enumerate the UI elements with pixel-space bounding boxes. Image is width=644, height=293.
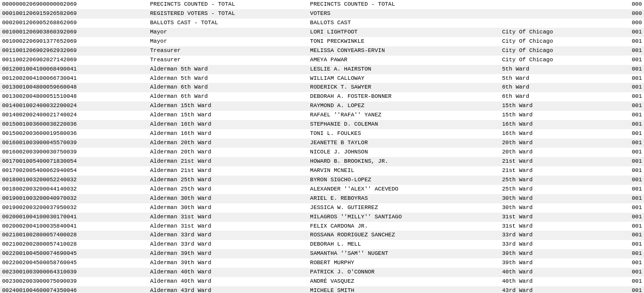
row-name: RODERICK T. SAWYER: [308, 83, 500, 92]
row-desc: Alderman 15th Ward: [148, 101, 308, 111]
row-ward: 5th Ward: [500, 65, 612, 74]
row-ward: 16th Ward: [500, 120, 612, 129]
row-code: 001: [612, 249, 644, 258]
row-name: ROSSANA RODRIGUEZ SANCHEZ: [308, 231, 500, 240]
row-id: 0024001004600074350046: [0, 286, 148, 293]
table-row: 0015001003600038220036 Alderman 16th War…: [0, 120, 644, 129]
row-id: 0016001003900045570039: [0, 139, 148, 148]
row-id: 0015001003600038220036: [0, 120, 148, 129]
row-code: 001: [612, 286, 644, 293]
row-ward: 43rd Ward: [500, 286, 612, 293]
row-name: RAFAEL ''RAFA'' YANEZ: [308, 111, 500, 120]
row-desc: Alderman 15th Ward: [148, 111, 308, 120]
row-id: 0023002003900075090039: [0, 277, 148, 286]
row-id: 0002001206905268862069: [0, 19, 148, 28]
row-id: 0015002003600019580036: [0, 129, 148, 139]
row-code: 001: [612, 28, 644, 37]
row-ward: [500, 19, 612, 28]
row-desc: Mayor: [148, 37, 308, 46]
row-code: 001: [612, 268, 644, 277]
row-code: 001: [612, 277, 644, 286]
row-desc: Alderman 30th Ward: [148, 194, 308, 203]
row-code: 001: [612, 83, 644, 92]
row-desc: Mayor: [148, 28, 308, 37]
table-row: 0019002003200037950032 Alderman 30th War…: [0, 203, 644, 213]
table-row: 0011001206902962932069 Treasurer MELISSA…: [0, 46, 644, 56]
row-name: JESSICA W. GUTIERREZ: [308, 203, 500, 213]
row-ward: 15th Ward: [500, 111, 612, 120]
row-id: 0001001206915926582069: [0, 9, 148, 19]
row-id: 0012001004100068490041: [0, 65, 148, 74]
row-ward: 40th Ward: [500, 277, 612, 286]
row-id: 0021002002800057410028: [0, 240, 148, 249]
row-desc: Treasurer: [148, 56, 308, 65]
row-ward: 16th Ward: [500, 129, 612, 139]
row-id: 0010002206901377652069: [0, 37, 148, 46]
election-results-table: 0000000206900000002069 PRECINCTS COUNTED…: [0, 0, 644, 293]
row-code: 001: [612, 120, 644, 129]
row-name: DEBORAH A. FOSTER-BONNER: [308, 92, 500, 101]
table-row: 0022002004500058760045 Alderman 39th War…: [0, 258, 644, 268]
row-desc: Alderman 25th Ward: [148, 176, 308, 185]
row-code: 001: [612, 203, 644, 213]
table-row: 0023001003900064310039 Alderman 40th War…: [0, 268, 644, 277]
row-code: 001: [612, 101, 644, 111]
row-ward: [500, 0, 612, 9]
row-id: 0020001004100030170041: [0, 213, 148, 222]
row-code: 001: [612, 56, 644, 65]
row-ward: [500, 9, 612, 19]
row-desc: Alderman 20th Ward: [148, 148, 308, 157]
row-desc: Alderman 16th Ward: [148, 129, 308, 139]
table-row: 0010002206901377652069 Mayor TONI PRECKW…: [0, 37, 644, 46]
row-ward: 20th Ward: [500, 139, 612, 148]
table-row: 0016001003900045570039 Alderman 20th War…: [0, 139, 644, 148]
row-code: 001: [612, 194, 644, 203]
table-row: 0002001206905268862069 BALLOTS CAST - TO…: [0, 19, 644, 28]
row-id: 0017001005400071830054: [0, 157, 148, 166]
row-name: MELISSA CONYEARS-ERVIN: [308, 46, 500, 56]
row-name: AMEYA PAWAR: [308, 56, 500, 65]
table-row: 0014002002400021740024 Alderman 15th War…: [0, 111, 644, 120]
table-row: 0012002004100066730041 Alderman 5th Ward…: [0, 74, 644, 83]
row-name: BYRON SIGCHO-LOPEZ: [308, 176, 500, 185]
row-code: 001: [612, 46, 644, 56]
row-ward: 21st Ward: [500, 166, 612, 176]
row-desc: Alderman 6th Ward: [148, 83, 308, 92]
row-ward: 31st Ward: [500, 213, 612, 222]
row-id: 0021001002800057400028: [0, 231, 148, 240]
row-code: 001: [612, 92, 644, 101]
row-desc: Alderman 21st Ward: [148, 157, 308, 166]
table-row: 0014001002400032200024 Alderman 15th War…: [0, 101, 644, 111]
row-name: NICOLE J. JOHNSON: [308, 148, 500, 157]
row-ward: 39th Ward: [500, 249, 612, 258]
row-id: 0014001002400032200024: [0, 101, 148, 111]
row-desc: Alderman 39th Ward: [148, 258, 308, 268]
row-desc: Alderman 30th Ward: [148, 203, 308, 213]
row-desc: Alderman 6th Ward: [148, 92, 308, 101]
row-desc: Alderman 25th Ward: [148, 185, 308, 194]
row-name: VOTERS: [308, 9, 500, 19]
table-row: 0001001206915926582069 REGISTERED VOTERS…: [0, 9, 644, 19]
row-name: SAMANTHA ''SAM'' NUGENT: [308, 249, 500, 258]
row-ward: 30th Ward: [500, 203, 612, 213]
main-container: 0000000206900000002069 PRECINCTS COUNTED…: [0, 0, 644, 293]
row-name: LESLIE A. HAIRSTON: [308, 65, 500, 74]
row-ward: 25th Ward: [500, 185, 612, 194]
table-row: 0000000206900000002069 PRECINCTS COUNTED…: [0, 0, 644, 9]
row-id: 0017002005400062940054: [0, 166, 148, 176]
row-name: BALLOTS CAST: [308, 19, 500, 28]
row-id: 0019001003200040970032: [0, 194, 148, 203]
row-code: 000: [612, 19, 644, 28]
row-code: 001: [612, 111, 644, 120]
row-id: 0011002206902027142069: [0, 56, 148, 65]
row-name: ROBERT MURPHY: [308, 258, 500, 268]
table-row: 0018002003200044140032 Alderman 25th War…: [0, 185, 644, 194]
row-name: MICHELE SMITH: [308, 286, 500, 293]
row-name: HOWARD B. BROOKINS, JR.: [308, 157, 500, 166]
row-desc: Alderman 33rd Ward: [148, 231, 308, 240]
table-row: 0020002004100035840041 Alderman 31st War…: [0, 222, 644, 231]
row-id: 0013001004800059660048: [0, 83, 148, 92]
row-ward: 21st Ward: [500, 157, 612, 166]
row-code: 000: [612, 9, 644, 19]
row-desc: Alderman 5th Ward: [148, 65, 308, 74]
